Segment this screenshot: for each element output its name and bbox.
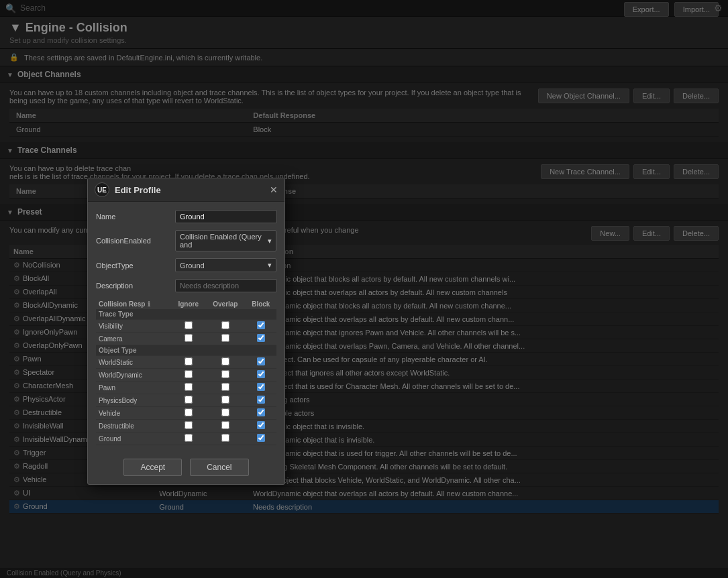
cr-obj-row-name: Pawn [96, 382, 171, 394]
cr-obj-row-name: Destructible [96, 420, 171, 432]
cr-ignore-cell[interactable] [171, 333, 205, 345]
cr-block-cell[interactable] [246, 320, 276, 333]
cr-obj-overlap-cell[interactable] [205, 394, 246, 407]
cr-obj-ignore-cell[interactable] [171, 420, 205, 432]
cr-obj-row-name: Vehicle [96, 407, 171, 420]
cr-obj-block-cell[interactable] [246, 420, 276, 432]
overlap-checkbox[interactable] [221, 334, 229, 342]
cr-object-row: Ground [96, 432, 276, 445]
edit-profile-modal: UE Edit Profile ✕ Name CollisionEnabled … [87, 178, 285, 485]
modal-footer: Accept Cancel [88, 453, 284, 484]
cr-obj-overlap-cell[interactable] [205, 382, 246, 394]
ignore-checkbox[interactable] [185, 321, 193, 329]
obj-overlap-checkbox[interactable] [221, 421, 229, 429]
name-input[interactable] [175, 210, 277, 223]
obj-block-checkbox[interactable] [257, 408, 265, 416]
cr-obj-row-name: Ground [96, 432, 171, 445]
help-icon: ℹ [148, 300, 150, 308]
modal-title-row: UE Edit Profile [95, 182, 161, 197]
cr-ignore-header: Ignore [171, 299, 205, 309]
cr-overlap-cell[interactable] [205, 320, 246, 333]
collision-response-table: Collision Resp ℹ Ignore Overlap Block Tr… [96, 299, 276, 445]
object-type-label: ObjectType [96, 262, 170, 270]
cr-row-name: Visibility [96, 320, 171, 333]
block-checkbox[interactable] [257, 334, 265, 342]
obj-block-checkbox[interactable] [257, 396, 265, 404]
cr-object-row: Vehicle [96, 407, 276, 420]
object-type-value: Ground [180, 262, 205, 270]
collision-enabled-label: CollisionEnabled [96, 237, 170, 245]
cr-obj-block-cell[interactable] [246, 356, 276, 369]
ignore-checkbox[interactable] [185, 334, 193, 342]
cr-obj-ignore-cell[interactable] [171, 394, 205, 407]
description-field-row: Description [96, 279, 276, 292]
dropdown-arrow-icon: ▾ [268, 237, 272, 245]
object-type-dropdown-arrow-icon: ▾ [268, 261, 272, 270]
cr-obj-block-cell[interactable] [246, 394, 276, 407]
name-field-row: Name [96, 210, 276, 223]
overlap-checkbox[interactable] [221, 321, 229, 329]
description-label: Description [96, 282, 170, 290]
modal-title: Edit Profile [115, 185, 161, 195]
cr-block-cell[interactable] [246, 333, 276, 345]
cr-obj-block-cell[interactable] [246, 432, 276, 445]
modal-body: Name CollisionEnabled Collision Enabled … [88, 202, 284, 453]
cr-obj-ignore-cell[interactable] [171, 356, 205, 369]
cr-overlap-cell[interactable] [205, 333, 246, 345]
cr-obj-ignore-cell[interactable] [171, 382, 205, 394]
cancel-button[interactable]: Cancel [190, 459, 248, 476]
cr-ignore-cell[interactable] [171, 320, 205, 333]
collision-enabled-row: CollisionEnabled Collision Enabled (Quer… [96, 230, 276, 251]
collision-enabled-value: Collision Enabled (Query and [180, 233, 268, 249]
name-label: Name [96, 213, 170, 221]
accept-button[interactable]: Accept [123, 459, 182, 476]
cr-obj-overlap-cell[interactable] [205, 407, 246, 420]
obj-overlap-checkbox[interactable] [221, 357, 229, 365]
obj-overlap-checkbox[interactable] [221, 434, 229, 442]
cr-obj-ignore-cell[interactable] [171, 407, 205, 420]
obj-block-checkbox[interactable] [257, 434, 265, 442]
cr-obj-ignore-cell[interactable] [171, 369, 205, 382]
obj-ignore-checkbox[interactable] [185, 383, 193, 391]
obj-ignore-checkbox[interactable] [185, 370, 193, 378]
cr-obj-block-cell[interactable] [246, 382, 276, 394]
obj-block-checkbox[interactable] [257, 383, 265, 391]
obj-ignore-checkbox[interactable] [185, 357, 193, 365]
cr-object-row: WorldStatic [96, 356, 276, 369]
obj-ignore-checkbox[interactable] [185, 408, 193, 416]
obj-ignore-checkbox[interactable] [185, 421, 193, 429]
obj-block-checkbox[interactable] [257, 357, 265, 365]
cr-trace-row: Camera [96, 333, 276, 345]
cr-trace-row: Visibility [96, 320, 276, 333]
cr-overlap-header: Overlap [205, 299, 246, 309]
cr-obj-row-name: WorldDynamic [96, 369, 171, 382]
cr-obj-overlap-cell[interactable] [205, 420, 246, 432]
cr-obj-overlap-cell[interactable] [205, 356, 246, 369]
cr-object-row: Pawn [96, 382, 276, 394]
obj-overlap-checkbox[interactable] [221, 408, 229, 416]
cr-obj-overlap-cell[interactable] [205, 369, 246, 382]
object-type-select[interactable]: Ground ▾ [175, 258, 276, 272]
cr-label-header: Collision Resp ℹ [96, 299, 171, 309]
collision-enabled-select[interactable]: Collision Enabled (Query and ▾ [175, 230, 276, 251]
cr-obj-block-cell[interactable] [246, 369, 276, 382]
modal-overlay: UE Edit Profile ✕ Name CollisionEnabled … [0, 0, 728, 578]
close-icon[interactable]: ✕ [270, 184, 278, 195]
object-type-field-row: ObjectType Ground ▾ [96, 258, 276, 272]
cr-obj-ignore-cell[interactable] [171, 432, 205, 445]
cr-obj-row-name: WorldStatic [96, 356, 171, 369]
cr-object-row: WorldDynamic [96, 369, 276, 382]
obj-ignore-checkbox[interactable] [185, 434, 193, 442]
description-input[interactable] [175, 279, 277, 292]
cr-block-header: Block [246, 299, 276, 309]
cr-row-name: Camera [96, 333, 171, 345]
obj-block-checkbox[interactable] [257, 370, 265, 378]
cr-obj-overlap-cell[interactable] [205, 432, 246, 445]
block-checkbox[interactable] [257, 321, 265, 329]
obj-overlap-checkbox[interactable] [221, 383, 229, 391]
cr-obj-block-cell[interactable] [246, 407, 276, 420]
obj-overlap-checkbox[interactable] [221, 370, 229, 378]
obj-overlap-checkbox[interactable] [221, 396, 229, 404]
obj-ignore-checkbox[interactable] [185, 396, 193, 404]
obj-block-checkbox[interactable] [257, 421, 265, 429]
